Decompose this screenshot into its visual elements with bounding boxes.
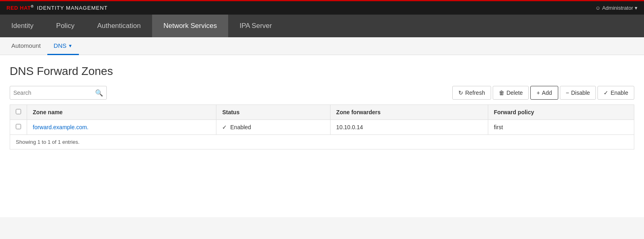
delete-button[interactable]: 🗑 Delete xyxy=(493,86,529,100)
status-value: Enabled xyxy=(230,124,251,130)
brand-title: IDENTITY MANAGEMENT xyxy=(37,5,108,11)
col-header-checkbox xyxy=(10,105,27,120)
action-buttons: ↻ Refresh 🗑 Delete + Add − Disable ✓ Ena… xyxy=(452,86,634,100)
add-icon: + xyxy=(536,90,540,96)
zone-forwarders-cell: 10.10.0.14 xyxy=(330,120,488,135)
zone-name-link[interactable]: forward.example.com. xyxy=(33,124,89,130)
delete-label: Delete xyxy=(506,90,523,96)
page-title: DNS Forward Zones xyxy=(10,65,634,78)
content-area: DNS Forward Zones 🔍 ↻ Refresh 🗑 Delete +… xyxy=(0,55,644,217)
enable-button[interactable]: ✓ Enable xyxy=(597,86,634,100)
search-input[interactable] xyxy=(13,90,95,96)
brand-red: RED HAT xyxy=(6,5,31,11)
brand: RED HAT® IDENTITY MANAGEMENT xyxy=(6,4,108,11)
status-cell: ✓ Enabled xyxy=(216,120,330,135)
refresh-button[interactable]: ↻ Refresh xyxy=(452,86,491,100)
search-button[interactable]: 🔍 xyxy=(95,89,103,97)
dns-forward-zones-table: Zone name Status Zone forwarders Forward… xyxy=(10,105,634,135)
col-header-zone-name: Zone name xyxy=(27,105,216,120)
status-checkmark-icon: ✓ xyxy=(222,124,227,130)
col-header-status: Status xyxy=(216,105,330,120)
nav-item-network-services[interactable]: Network Services xyxy=(152,15,228,37)
nav-item-ipa-server[interactable]: IPA Server xyxy=(228,15,283,37)
enable-icon: ✓ xyxy=(604,90,608,96)
disable-label: Disable xyxy=(571,90,590,96)
table-row: forward.example.com. ✓ Enabled 10.10.0.1… xyxy=(10,120,634,135)
nav-item-authentication[interactable]: Authentication xyxy=(86,15,152,37)
col-header-zone-forwarders: Zone forwarders xyxy=(330,105,488,120)
table-footer: Showing 1 to 1 of 1 entries. xyxy=(10,135,634,149)
enable-label: Enable xyxy=(610,90,628,96)
toolbar: 🔍 ↻ Refresh 🗑 Delete + Add − Disable ✓ E… xyxy=(10,86,634,100)
user-label: Administrator xyxy=(602,5,633,11)
col-header-forward-policy: Forward policy xyxy=(488,105,634,120)
user-icon: ☺ xyxy=(595,5,600,11)
add-button[interactable]: + Add xyxy=(530,86,558,100)
sub-nav: Automount DNS ▼ xyxy=(0,37,644,55)
main-nav: Identity Policy Authentication Network S… xyxy=(0,15,644,37)
select-all-checkbox[interactable] xyxy=(16,109,21,114)
subnav-dns-label: DNS xyxy=(54,42,67,49)
brand-logo: RED HAT® xyxy=(6,4,34,11)
forward-policy-cell: first xyxy=(488,120,634,135)
row-checkbox-cell xyxy=(10,120,27,135)
disable-icon: − xyxy=(566,90,569,96)
user-menu[interactable]: ☺ Administrator ▾ xyxy=(595,5,638,11)
search-box: 🔍 xyxy=(10,86,107,100)
table-footer-text: Showing 1 to 1 of 1 entries. xyxy=(16,139,80,145)
row-checkbox[interactable] xyxy=(16,124,21,129)
dns-chevron-icon: ▼ xyxy=(68,43,72,48)
zone-name-cell: forward.example.com. xyxy=(27,120,216,135)
refresh-icon: ↻ xyxy=(458,90,463,96)
refresh-label: Refresh xyxy=(465,90,485,96)
nav-item-identity[interactable]: Identity xyxy=(0,15,45,37)
user-chevron-icon: ▾ xyxy=(635,5,638,11)
delete-icon: 🗑 xyxy=(499,90,504,96)
disable-button[interactable]: − Disable xyxy=(560,86,596,100)
nav-item-policy[interactable]: Policy xyxy=(45,15,86,37)
subnav-dns[interactable]: DNS ▼ xyxy=(47,37,79,55)
subnav-automount[interactable]: Automount xyxy=(5,37,47,55)
top-bar: RED HAT® IDENTITY MANAGEMENT ☺ Administr… xyxy=(0,0,644,15)
add-label: Add xyxy=(542,90,552,96)
